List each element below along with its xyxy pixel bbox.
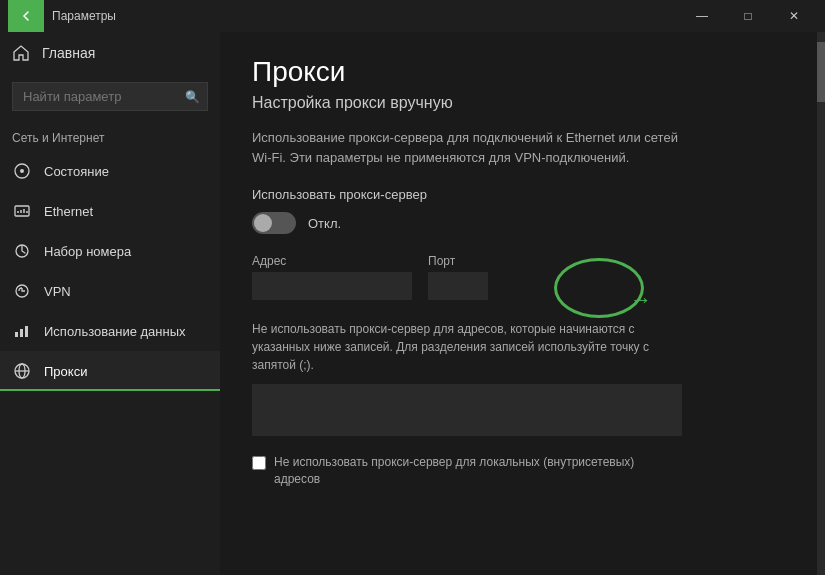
data-usage-icon [12, 321, 32, 341]
sidebar-item-label-proxy: Прокси [44, 364, 87, 379]
status-icon [12, 161, 32, 181]
port-input[interactable] [428, 272, 488, 300]
window-controls: — □ ✕ [679, 0, 817, 32]
address-port-row: Адрес Порт [252, 254, 793, 300]
content-area: Прокси Настройка прокси вручную Использо… [220, 32, 825, 575]
scrollbar-track [817, 32, 825, 575]
sidebar-item-status[interactable]: Состояние [0, 151, 220, 191]
window-title: Параметры [52, 9, 679, 23]
toggle-knob [254, 214, 272, 232]
page-description: Использование прокси-сервера для подключ… [252, 128, 682, 167]
exceptions-description: Не использовать прокси-сервер для адресо… [252, 320, 682, 374]
sidebar-item-label-ethernet: Ethernet [44, 204, 93, 219]
back-button[interactable] [8, 0, 44, 32]
svg-rect-10 [25, 326, 28, 337]
sidebar: Главная 🔍 Сеть и Интернет Состояние [0, 32, 220, 575]
local-checkbox-row: Не использовать прокси-сервер для локаль… [252, 454, 793, 488]
sidebar-item-ethernet[interactable]: Ethernet [0, 191, 220, 231]
svg-rect-8 [15, 332, 18, 337]
vpn-icon [12, 281, 32, 301]
local-checkbox[interactable] [252, 456, 266, 470]
sidebar-item-vpn[interactable]: VPN [0, 271, 220, 311]
sidebar-item-proxy[interactable]: Прокси [0, 351, 220, 391]
port-field-group: Порт [428, 254, 488, 300]
sidebar-item-dialup[interactable]: Набор номера [0, 231, 220, 271]
address-field-group: Адрес [252, 254, 412, 300]
main-layout: Главная 🔍 Сеть и Интернет Состояние [0, 32, 825, 575]
address-label: Адрес [252, 254, 412, 268]
section-label: Сеть и Интернет [0, 123, 220, 151]
sidebar-item-label-data-usage: Использование данных [44, 324, 186, 339]
svg-point-1 [20, 169, 24, 173]
exceptions-textarea[interactable] [252, 384, 682, 436]
local-checkbox-label: Не использовать прокси-сервер для локаль… [274, 454, 674, 488]
minimize-button[interactable]: — [679, 0, 725, 32]
home-icon [12, 44, 30, 62]
sidebar-item-label-dialup: Набор номера [44, 244, 131, 259]
toggle-row: Откл. [252, 212, 793, 234]
scrollbar-thumb[interactable] [817, 42, 825, 102]
sidebar-item-data-usage[interactable]: Использование данных [0, 311, 220, 351]
svg-rect-9 [20, 329, 23, 337]
dialup-icon [12, 241, 32, 261]
sidebar-item-label-status: Состояние [44, 164, 109, 179]
home-label: Главная [42, 45, 95, 61]
search-container: 🔍 [12, 82, 208, 111]
sidebar-item-home[interactable]: Главная [0, 32, 220, 74]
close-button[interactable]: ✕ [771, 0, 817, 32]
search-icon: 🔍 [185, 90, 200, 104]
toggle-state-label: Откл. [308, 216, 341, 231]
address-input[interactable] [252, 272, 412, 300]
ethernet-icon [12, 201, 32, 221]
maximize-button[interactable]: □ [725, 0, 771, 32]
sidebar-item-label-vpn: VPN [44, 284, 71, 299]
title-bar: Параметры — □ ✕ [0, 0, 825, 32]
use-proxy-label: Использовать прокси-сервер [252, 187, 793, 202]
settings-window: Параметры — □ ✕ Главная 🔍 [0, 0, 825, 575]
search-input[interactable] [12, 82, 208, 111]
page-title: Прокси [252, 56, 793, 88]
proxy-icon [12, 361, 32, 381]
port-label: Порт [428, 254, 488, 268]
page-subtitle: Настройка прокси вручную [252, 94, 793, 112]
proxy-toggle[interactable] [252, 212, 296, 234]
